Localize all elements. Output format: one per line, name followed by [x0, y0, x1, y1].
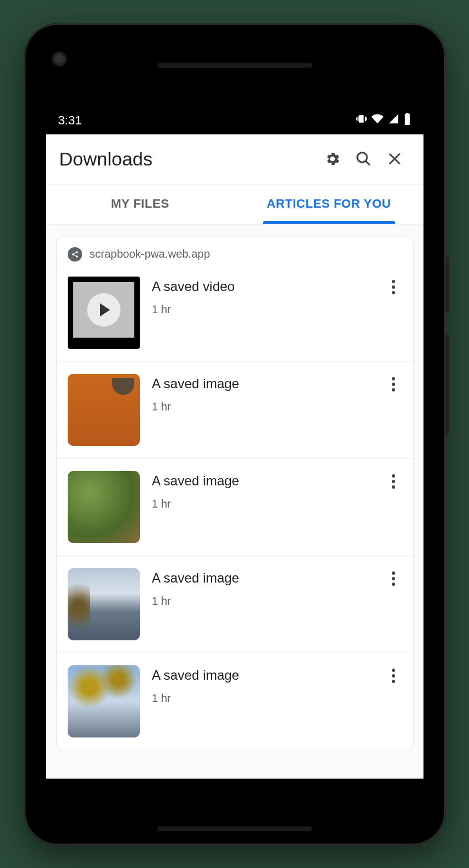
tab-label: ARTICLES FOR YOU	[267, 197, 391, 211]
list-item[interactable]: A saved image 1 hr	[57, 361, 413, 458]
source-host: scrapbook-pwa.web.app	[90, 248, 210, 260]
item-time: 1 hr	[152, 303, 373, 316]
item-time: 1 hr	[152, 692, 373, 705]
item-title: A saved image	[152, 473, 373, 489]
list-item[interactable]: A saved image 1 hr	[57, 653, 413, 750]
list-item[interactable]: A saved video 1 hr	[57, 264, 413, 361]
phone-volume-button	[446, 334, 449, 434]
signal-icon	[388, 113, 399, 128]
vibrate-icon	[356, 113, 367, 128]
settings-button[interactable]	[317, 143, 348, 174]
content-area: scrapbook-pwa.web.app A saved video 1 hr	[46, 224, 423, 779]
app-header: Downloads	[46, 134, 423, 184]
thumbnail-image	[68, 471, 140, 543]
svg-point-6	[75, 255, 78, 258]
svg-point-5	[72, 253, 74, 255]
svg-point-4	[75, 251, 78, 253]
item-body: A saved image 1 hr	[152, 374, 373, 413]
phone-speaker-bottom	[157, 826, 312, 831]
thumbnail-image	[68, 665, 140, 737]
downloads-card: scrapbook-pwa.web.app A saved video 1 hr	[56, 237, 413, 750]
item-body: A saved image 1 hr	[152, 568, 373, 608]
search-button[interactable]	[348, 143, 379, 174]
gear-icon	[324, 150, 341, 167]
phone-speaker-top	[157, 62, 312, 68]
more-options-button[interactable]	[385, 374, 402, 392]
more-options-button[interactable]	[385, 568, 402, 586]
item-body: A saved image 1 hr	[152, 665, 373, 705]
status-bar: 3:31	[46, 107, 423, 134]
svg-line-1	[365, 161, 370, 165]
status-icons	[356, 113, 411, 128]
status-time: 3:31	[58, 113, 82, 128]
phone-camera	[52, 51, 67, 67]
item-body: A saved image 1 hr	[152, 471, 373, 510]
play-icon	[87, 293, 120, 327]
item-title: A saved image	[152, 668, 373, 683]
svg-point-0	[357, 153, 367, 163]
item-time: 1 hr	[152, 498, 373, 510]
item-title: A saved image	[152, 376, 373, 392]
card-source-header: scrapbook-pwa.web.app	[57, 237, 413, 264]
item-body: A saved video 1 hr	[152, 277, 373, 316]
item-title: A saved image	[152, 570, 373, 586]
more-options-button[interactable]	[385, 665, 402, 683]
close-button[interactable]	[379, 143, 410, 174]
item-time: 1 hr	[152, 595, 373, 608]
more-options-button[interactable]	[385, 471, 402, 489]
item-time: 1 hr	[152, 400, 373, 413]
wifi-icon	[371, 113, 384, 128]
screen: 3:31 Downloads	[46, 107, 423, 779]
tab-label: MY FILES	[111, 197, 169, 211]
tab-my-files[interactable]: MY FILES	[46, 184, 235, 224]
page-title: Downloads	[59, 148, 317, 170]
thumbnail-image	[68, 374, 140, 446]
tab-articles-for-you[interactable]: ARTICLES FOR YOU	[235, 184, 423, 224]
thumbnail-video	[68, 277, 140, 349]
phone-power-button	[446, 257, 449, 312]
close-icon	[387, 151, 402, 167]
list-item[interactable]: A saved image 1 hr	[57, 458, 413, 555]
list-item[interactable]: A saved image 1 hr	[57, 555, 413, 653]
more-options-button[interactable]	[385, 277, 402, 294]
battery-icon	[404, 113, 411, 128]
item-title: A saved video	[152, 279, 373, 294]
search-icon	[355, 150, 372, 167]
share-icon	[68, 247, 82, 262]
thumbnail-image	[68, 568, 140, 640]
tabs: MY FILES ARTICLES FOR YOU	[46, 184, 423, 224]
phone-frame: 3:31 Downloads	[24, 23, 446, 845]
